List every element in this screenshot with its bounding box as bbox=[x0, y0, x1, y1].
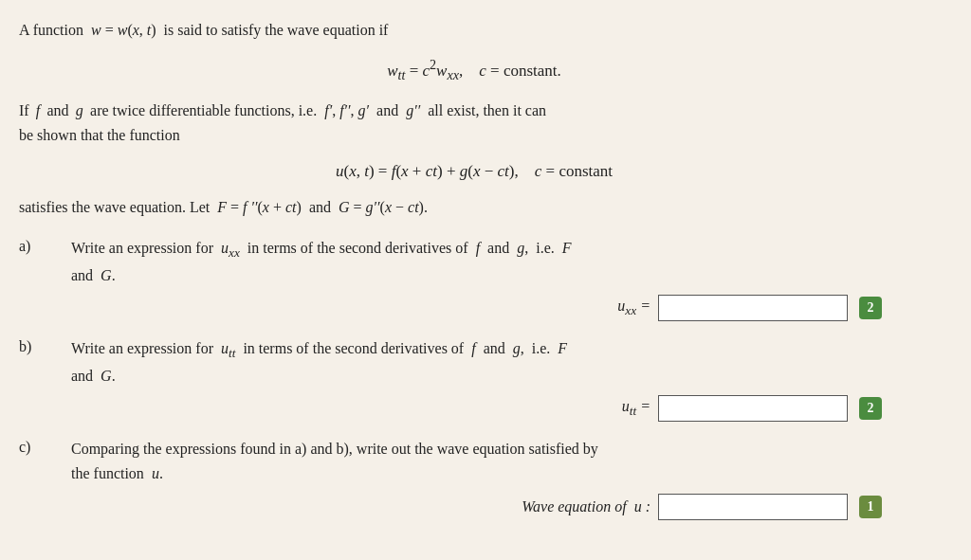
score-c-badge: 1 bbox=[859, 496, 882, 518]
answer-b-input[interactable] bbox=[658, 395, 848, 422]
answer-c-row: Wave equation of u : 1 bbox=[19, 494, 929, 520]
answer-c-input[interactable] bbox=[658, 494, 848, 520]
score-a-badge: 2 bbox=[859, 297, 882, 319]
question-c-body: Comparing the expressions found in a) an… bbox=[71, 437, 929, 485]
answer-a-input[interactable] bbox=[658, 295, 848, 321]
question-c: c) Comparing the expressions found in a)… bbox=[19, 437, 929, 519]
score-b-badge: 2 bbox=[859, 397, 882, 420]
question-c-label: c) bbox=[19, 437, 71, 456]
answer-a-row: uxx = 2 bbox=[19, 295, 929, 321]
question-b: b) Write an expression for utt in terms … bbox=[19, 336, 929, 422]
question-c-row: c) Comparing the expressions found in a)… bbox=[19, 437, 929, 485]
question-b-row: b) Write an expression for utt in terms … bbox=[19, 336, 929, 388]
satisfies-paragraph: satisfies the wave equation. Let F = f ′… bbox=[19, 196, 929, 219]
u-equation-display: u(x, t) = f(x + ct) + g(x − ct), c = con… bbox=[19, 162, 929, 181]
question-a-body: Write an expression for uxx in terms of … bbox=[71, 236, 929, 287]
question-a: a) Write an expression for uxx in terms … bbox=[19, 236, 929, 321]
condition-paragraph: If f and g are twice differentiable func… bbox=[19, 99, 929, 147]
question-b-label: b) bbox=[19, 336, 71, 355]
content-area: A function w = w(x, t) is said to satisf… bbox=[19, 19, 929, 520]
question-b-body: Write an expression for utt in terms of … bbox=[71, 336, 929, 388]
answer-a-label: uxx = bbox=[617, 298, 650, 318]
answer-b-label: utt = bbox=[622, 398, 650, 419]
answer-b-row: utt = 2 bbox=[19, 395, 929, 422]
intro-paragraph: A function w = w(x, t) is said to satisf… bbox=[19, 19, 929, 42]
question-a-row: a) Write an expression for uxx in terms … bbox=[19, 236, 929, 287]
answer-c-label: Wave equation of u : bbox=[522, 498, 650, 515]
wave-equation-display: wtt = c2wxx, c = constant. bbox=[19, 57, 929, 83]
question-a-label: a) bbox=[19, 236, 71, 255]
